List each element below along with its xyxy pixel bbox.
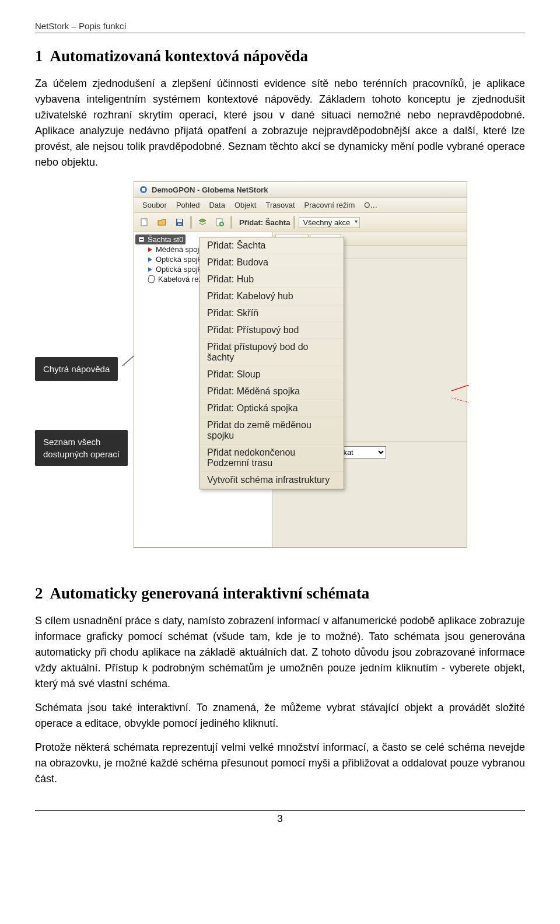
tree-root-label: Šachta st0 — [148, 235, 183, 244]
heading-2: 2 Automaticky generovaná interaktivní sc… — [35, 584, 525, 603]
heading-1: 1 Automatizovaná kontextová nápověda — [35, 47, 525, 65]
page-footer: 3 — [35, 810, 525, 825]
toolbar-open-icon[interactable] — [155, 215, 169, 229]
para-3: Schémata jsou také interaktivní. To znam… — [35, 700, 525, 732]
dropdown-item[interactable]: Přidat: Měděná spojka — [200, 383, 344, 400]
para-4: Protože některá schémata reprezentují ve… — [35, 740, 525, 787]
svg-line-13 — [452, 398, 469, 402]
minus-icon — [139, 237, 144, 242]
menu-objekt[interactable]: Objekt — [235, 201, 257, 209]
toolbar-add-label: Přidat: Šachta — [239, 218, 290, 227]
toolbar-separator-3 — [293, 216, 295, 229]
dropdown-item[interactable]: Přidat: Přístupový bod — [200, 322, 344, 339]
page-number: 3 — [277, 813, 282, 824]
toolbar-all-actions-dropdown[interactable]: Všechny akce — [299, 217, 360, 228]
title-bar-text: DemoGPON - Globema NetStork — [152, 186, 268, 194]
menu-pohled[interactable]: Pohled — [176, 201, 200, 209]
triangle-blue-icon — [148, 257, 152, 262]
menu-o[interactable]: O… — [364, 201, 377, 209]
svg-rect-3 — [142, 188, 145, 191]
dropdown-item[interactable]: Přidat: Budova — [200, 254, 344, 271]
svg-rect-6 — [177, 219, 182, 222]
triangle-red-icon — [148, 247, 152, 252]
toolbar-layers-icon[interactable] — [195, 215, 209, 229]
title-bar: DemoGPON - Globema NetStork — [134, 182, 467, 198]
para-1: Za účelem zjednodušení a zlepšení účinno… — [35, 76, 525, 170]
toolbar-save-icon[interactable] — [173, 215, 187, 229]
dropdown-item[interactable]: Vytvořit schéma infrastruktury — [200, 472, 344, 489]
toolbar-separator-2 — [230, 216, 232, 229]
dropdown-item[interactable]: Přidat nedokončenou Podzemní trasu — [200, 444, 344, 472]
all-actions-dropdown-menu: Přidat: Šachta Přidat: Budova Přidat: Hu… — [200, 237, 344, 489]
dropdown-item[interactable]: Přidat: Kabelový hub — [200, 288, 344, 305]
screenshot: Chytrá nápověda Seznam všech dostupných … — [35, 182, 467, 544]
menu-bar: Soubor Pohled Data Objekt Trasovat Praco… — [134, 198, 467, 213]
h1-number: 1 — [35, 47, 43, 65]
dropdown-item[interactable]: Přidat: Šachta — [200, 237, 344, 254]
menu-trasovat[interactable]: Trasovat — [265, 201, 295, 209]
menu-data[interactable]: Data — [209, 201, 225, 209]
callout-smart-help: Chytrá nápověda — [35, 357, 118, 381]
tree-root-selected[interactable]: Šachta st0 — [135, 235, 186, 244]
h2-title: Automaticky generovaná interaktivní sché… — [50, 584, 370, 602]
para-2: S cílem usnadnění práce s daty, namísto … — [35, 613, 525, 692]
dropdown-item[interactable]: Přidat: Hub — [200, 271, 344, 288]
map-red-lines — [452, 385, 469, 402]
svg-rect-7 — [178, 223, 181, 225]
menu-pracovni-rezim[interactable]: Pracovní režim — [304, 201, 355, 209]
toolbar-new-icon[interactable] — [138, 215, 152, 229]
menu-soubor[interactable]: Soubor — [142, 201, 167, 209]
dropdown-item[interactable]: Přidat do země měděnou spojku — [200, 417, 344, 444]
app-icon — [139, 185, 148, 194]
toolbar: Přidat: Šachta Všechny akce — [134, 213, 467, 232]
callout-all-ops: Seznam všech dostupných operací — [35, 430, 128, 466]
running-header: NetStork – Popis funkcí — [35, 21, 525, 33]
toolbar-add-icon[interactable] — [213, 215, 227, 229]
dropdown-item[interactable]: Přidat: Optická spojka — [200, 400, 344, 417]
h2-number: 2 — [35, 584, 43, 602]
toolbar-separator — [190, 216, 192, 229]
h1-title: Automatizovaná kontextová nápověda — [50, 47, 309, 65]
dropdown-item[interactable]: Přidat: Skříň — [200, 305, 344, 322]
dropdown-item[interactable]: Přidat přístupový bod do šachty — [200, 339, 344, 366]
dropdown-item[interactable]: Přidat: Sloup — [200, 366, 344, 383]
triangle-blue-icon — [148, 267, 152, 272]
loop-icon — [148, 275, 155, 284]
svg-line-12 — [452, 385, 469, 391]
